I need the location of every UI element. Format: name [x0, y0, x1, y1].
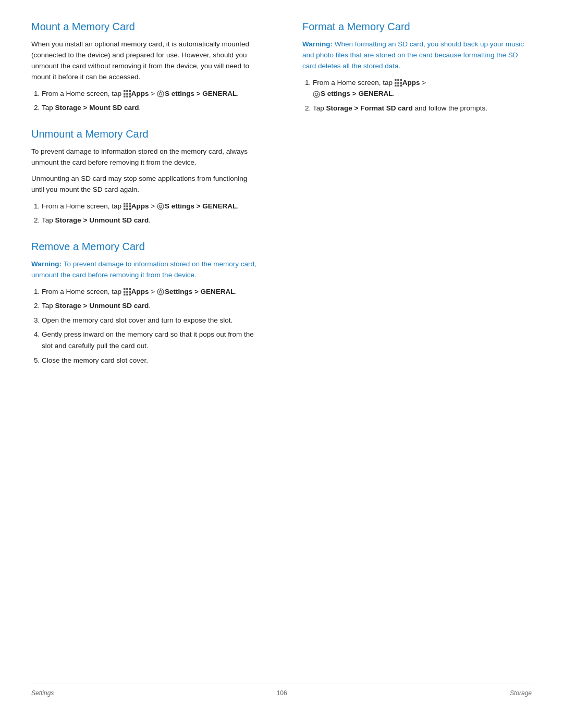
- mount-title: Mount a Memory Card: [31, 21, 261, 33]
- format-warning-body: When formatting an SD card, you should b…: [302, 40, 524, 70]
- remove-step-3: Open the memory card slot cover and turn…: [42, 315, 261, 326]
- format-step-1: From a Home screen, tap: [313, 77, 532, 100]
- svg-rect-23: [129, 208, 131, 211]
- unmount-section: Unmount a Memory Card To prevent damage …: [31, 128, 261, 226]
- mount-step2-bold: Storage > Mount SD card: [55, 104, 139, 112]
- format-title: Format a Memory Card: [302, 21, 532, 33]
- svg-rect-52: [397, 85, 399, 87]
- svg-rect-20: [129, 205, 131, 207]
- mount-apps-label: Apps: [131, 90, 149, 97]
- format-section: Format a Memory Card Warning: When forma…: [302, 21, 532, 114]
- svg-rect-38: [129, 294, 131, 296]
- svg-point-40: [159, 291, 162, 293]
- page: Mount a Memory Card When you install an …: [0, 0, 563, 728]
- remove-title: Remove a Memory Card: [31, 241, 261, 253]
- unmount-steps: From a Home screen, tap: [42, 201, 261, 226]
- svg-point-25: [159, 205, 162, 208]
- remove-apps-label: Apps: [131, 288, 149, 295]
- apps-icon-unmount: [124, 202, 131, 209]
- svg-rect-48: [395, 82, 397, 84]
- unmount-step-1: From a Home screen, tap: [42, 201, 261, 212]
- format-warning-prefix: Warning:: [302, 40, 335, 48]
- remove-step-2: Tap Storage > Unmount SD card.: [42, 300, 261, 312]
- svg-point-55: [315, 93, 318, 95]
- remove-step-1: From a Home screen, tap: [42, 286, 261, 298]
- svg-rect-34: [126, 291, 128, 293]
- unmount-step-2: Tap Storage > Unmount SD card.: [42, 215, 261, 226]
- svg-rect-36: [124, 294, 126, 296]
- remove-section: Remove a Memory Card Warning: To prevent…: [31, 241, 261, 366]
- footer-left: Settings: [31, 689, 54, 697]
- svg-rect-45: [395, 79, 397, 81]
- left-column: Mount a Memory Card When you install an …: [31, 21, 271, 673]
- remove-warning: Warning: To prevent damage to informatio…: [31, 259, 261, 281]
- remove-settings-label: Settings > GENERAL: [165, 288, 235, 295]
- svg-rect-19: [126, 205, 128, 207]
- mount-step-2: Tap Storage > Mount SD card.: [42, 102, 261, 114]
- svg-rect-50: [400, 82, 402, 84]
- format-apps-label: Apps: [402, 79, 420, 87]
- mount-section: Mount a Memory Card When you install an …: [31, 21, 261, 114]
- unmount-settings-label: S ettings > GENERAL: [165, 202, 237, 210]
- svg-rect-47: [400, 79, 402, 81]
- svg-rect-33: [124, 291, 126, 293]
- remove-step-4: Gently press inward on the memory card s…: [42, 329, 261, 351]
- remove-step2-bold: Storage > Unmount SD card: [55, 302, 149, 310]
- svg-rect-37: [126, 294, 128, 296]
- footer-right: Storage: [510, 689, 532, 697]
- svg-rect-6: [124, 96, 126, 98]
- svg-rect-35: [129, 291, 131, 293]
- svg-rect-53: [400, 85, 402, 87]
- unmount-body2: Unmounting an SD card may stop some appl…: [31, 174, 261, 195]
- apps-icon-format: [395, 79, 402, 86]
- svg-point-10: [159, 93, 162, 95]
- format-warning: Warning: When formatting an SD card, you…: [302, 39, 532, 72]
- settings-icon-mount: [157, 90, 164, 97]
- svg-rect-17: [129, 203, 131, 205]
- svg-rect-32: [129, 288, 131, 290]
- apps-icon-mount: [124, 90, 131, 97]
- content-columns: Mount a Memory Card When you install an …: [31, 21, 532, 673]
- svg-rect-0: [124, 90, 126, 92]
- svg-rect-18: [124, 205, 126, 207]
- mount-settings-label: S ettings > GENERAL: [165, 90, 237, 97]
- svg-rect-21: [124, 208, 126, 211]
- svg-rect-1: [126, 90, 128, 92]
- svg-rect-5: [129, 93, 131, 95]
- unmount-title: Unmount a Memory Card: [31, 128, 261, 140]
- apps-icon-remove: [124, 288, 131, 295]
- svg-rect-4: [126, 93, 128, 95]
- svg-rect-2: [129, 90, 131, 92]
- format-steps: From a Home screen, tap: [313, 77, 532, 114]
- svg-rect-15: [124, 203, 126, 205]
- remove-steps: From a Home screen, tap: [42, 286, 261, 366]
- settings-icon-remove: [157, 288, 164, 295]
- svg-rect-46: [397, 79, 399, 81]
- remove-step-5: Close the memory card slot cover.: [42, 355, 261, 366]
- remove-warning-body: To prevent damage to information stored …: [31, 260, 256, 279]
- svg-rect-49: [397, 82, 399, 84]
- svg-rect-7: [126, 96, 128, 98]
- settings-icon-format: [313, 90, 320, 97]
- svg-rect-8: [129, 96, 131, 98]
- unmount-apps-label: Apps: [131, 202, 149, 210]
- remove-warning-prefix: Warning:: [31, 260, 64, 268]
- svg-rect-31: [126, 288, 128, 290]
- svg-rect-51: [395, 85, 397, 87]
- svg-rect-3: [124, 93, 126, 95]
- settings-icon-unmount: [157, 202, 164, 209]
- mount-steps: From a Home screen, tap: [42, 88, 261, 114]
- format-settings-label: S ettings > GENERAL: [321, 90, 393, 97]
- mount-body: When you install an optional memory card…: [31, 39, 261, 83]
- svg-rect-16: [126, 203, 128, 205]
- svg-rect-22: [126, 208, 128, 211]
- unmount-body1: To prevent damage to information stored …: [31, 146, 261, 168]
- svg-rect-30: [124, 288, 126, 290]
- footer: Settings 106 Storage: [31, 684, 532, 697]
- footer-page-number: 106: [277, 689, 287, 697]
- mount-step-1: From a Home screen, tap: [42, 88, 261, 100]
- right-column: Format a Memory Card Warning: When forma…: [292, 21, 532, 673]
- unmount-step2-bold: Storage > Unmount SD card: [55, 216, 149, 224]
- format-step-2: Tap Storage > Format SD card and follow …: [313, 103, 532, 114]
- format-step2-bold: Storage > Format SD card: [326, 104, 413, 112]
